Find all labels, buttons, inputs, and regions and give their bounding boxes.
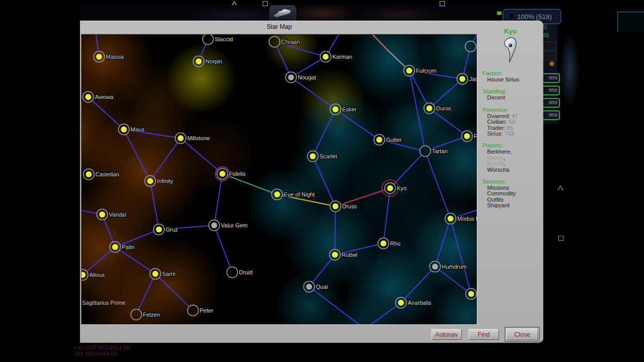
map-system-jac[interactable]: Jac <box>457 74 477 85</box>
map-system-slaccid[interactable]: Slaccid <box>203 35 233 45</box>
hud-button-2[interactable] <box>543 51 557 60</box>
map-system-duros[interactable]: Duros <box>424 103 452 114</box>
system-label: Karman <box>332 54 352 60</box>
map-system-valur-gem[interactable]: Valur Gem <box>209 220 248 231</box>
close-button[interactable]: Close <box>506 328 538 340</box>
map-system-kyo[interactable]: Kyo <box>382 180 407 196</box>
map-system-awowa[interactable]: Awowa <box>83 92 114 103</box>
map-system-scarlet[interactable]: Scarlet <box>308 151 337 162</box>
map-system-chraan[interactable]: Chraan <box>269 37 300 47</box>
map-system-rhu[interactable]: Rhu <box>378 238 401 249</box>
system-label: Gruz <box>166 226 178 233</box>
system-label: Vandal <box>109 211 126 218</box>
system-info-panel: Kyo Faction: House Sirius Standing: Dece… <box>477 21 543 343</box>
map-system-peter[interactable]: Peter <box>188 305 214 316</box>
system-label: Infinity <box>157 178 173 184</box>
autonav-button[interactable]: Autonav <box>431 329 462 340</box>
map-system-massia[interactable]: Massia <box>94 52 124 62</box>
map-system-maus[interactable]: Maus <box>119 124 145 135</box>
target-ship-thumbnail <box>269 5 296 21</box>
presence-list: Dvaered: 47Civilian: 50Trader: 85Sirius:… <box>477 113 543 137</box>
system-label: Fidelis <box>229 171 246 177</box>
log-line: r on UST 603:4914.68. <box>74 344 131 351</box>
system-label: F <box>474 133 477 139</box>
system-label: Fulcrum <box>416 68 437 74</box>
system-label: Druid <box>239 269 252 275</box>
system-label: Gutter <box>386 137 402 143</box>
system-label: Millstone <box>187 135 210 141</box>
system-label: Eye of Night <box>284 191 315 198</box>
star-map-window: Star Map MassiaNorpinSlaccidChraanKarman… <box>80 21 543 343</box>
presence-row: Sirius: 733 <box>487 131 543 137</box>
map-system-nougat[interactable]: Nougat <box>286 72 316 83</box>
map-system-millstone[interactable]: Millstone <box>175 133 210 144</box>
map-system-karman[interactable]: Karman <box>320 52 352 62</box>
map-system-druid[interactable]: Druid <box>227 267 253 278</box>
radar-square-blip <box>558 236 564 241</box>
map-system-vandal[interactable]: Vandal <box>97 209 126 220</box>
system-label: Duros <box>436 105 452 111</box>
map-system-fidelis[interactable]: Fidelis <box>216 167 246 181</box>
log-line: JST 603:4914.68. <box>74 351 131 357</box>
system-label: Maus <box>131 126 144 133</box>
map-system-gutter[interactable]: Gutter <box>374 135 402 145</box>
ship-sprite <box>270 6 295 20</box>
map-system-se[interactable] <box>466 289 477 300</box>
faction-logo-sirius <box>477 37 543 64</box>
find-button[interactable]: Find <box>469 329 499 340</box>
shield-icon <box>507 11 516 22</box>
system-label: Valur Gem <box>221 222 248 228</box>
map-system-quai[interactable]: Quai <box>304 282 328 292</box>
map-system-sarrii[interactable]: Sarrii <box>150 269 175 279</box>
game-screen: 100% (518) (55) (00) nnonnonnonno r on U… <box>0 0 644 362</box>
system-label: Modus Manis <box>457 216 477 222</box>
system-label: Norpin <box>205 58 222 64</box>
system-label: Peter <box>200 307 214 314</box>
space-background <box>80 4 560 22</box>
map-system-nw[interactable] <box>465 41 476 52</box>
system-label: Castellan <box>95 171 119 177</box>
star-map-viewport[interactable]: MassiaNorpinSlaccidChraanKarmanNougatFul… <box>81 34 477 325</box>
system-label: Jac <box>469 76 477 82</box>
system-label: Quai <box>316 284 328 290</box>
map-system-druss[interactable]: Druss <box>330 201 358 212</box>
system-label: Druss <box>342 203 357 209</box>
hud-status-dot <box>549 61 555 67</box>
system-label: Chraan <box>281 39 300 45</box>
region-label: Sagittarius Prime <box>82 300 125 306</box>
selected-system-name: Kyo <box>477 27 543 35</box>
planet-row: Worscha <box>487 167 543 173</box>
system-label: Humdrum <box>442 264 466 270</box>
system-label: Allous <box>89 272 105 278</box>
map-system-castellan[interactable]: Castellan <box>84 169 119 180</box>
map-system-humdrum[interactable]: Humdrum <box>430 261 467 272</box>
armor-value: 100% (518) <box>517 13 552 21</box>
system-label: Ruttwi <box>342 252 358 258</box>
hud-yellow-square-icon <box>440 1 445 6</box>
map-system-palin[interactable]: Palin <box>110 242 135 253</box>
system-label: Awowa <box>95 94 114 100</box>
hud-button-1[interactable] <box>543 41 557 51</box>
system-label: Palin <box>122 244 134 250</box>
map-system-gruz[interactable]: Gruz <box>154 224 178 235</box>
window-title: Star Map <box>82 23 477 30</box>
system-label: Tartan <box>432 148 448 154</box>
hud-triangle-icon <box>232 1 237 5</box>
map-canvas: MassiaNorpinSlaccidChraanKarmanNougatFul… <box>82 35 477 324</box>
system-label: Anarbalis <box>408 300 431 306</box>
map-system-esker[interactable]: Esker <box>330 104 357 115</box>
map-system-tartan[interactable]: Tartan <box>420 146 448 157</box>
map-system-f[interactable]: F <box>462 131 477 142</box>
map-system-infinity[interactable]: Infinity <box>145 176 174 187</box>
map-system-anarbalis[interactable]: Anarbalis <box>396 298 432 308</box>
message-log: r on UST 603:4914.68. JST 603:4914.68. <box>74 344 131 357</box>
map-system-allous[interactable]: Allous <box>82 270 105 281</box>
system-label: Sarrii <box>162 271 175 277</box>
system-label: Esker <box>342 106 357 112</box>
map-system-felzen[interactable]: Felzen <box>131 309 160 320</box>
services-list: MissionsCommodityOutfitsShipyard <box>477 185 543 209</box>
system-label: Felzen <box>143 311 160 318</box>
map-system-norpin[interactable]: Norpin <box>194 56 222 67</box>
faction-value: House Sirius <box>487 77 543 83</box>
system-label: Scarlet <box>319 153 337 159</box>
